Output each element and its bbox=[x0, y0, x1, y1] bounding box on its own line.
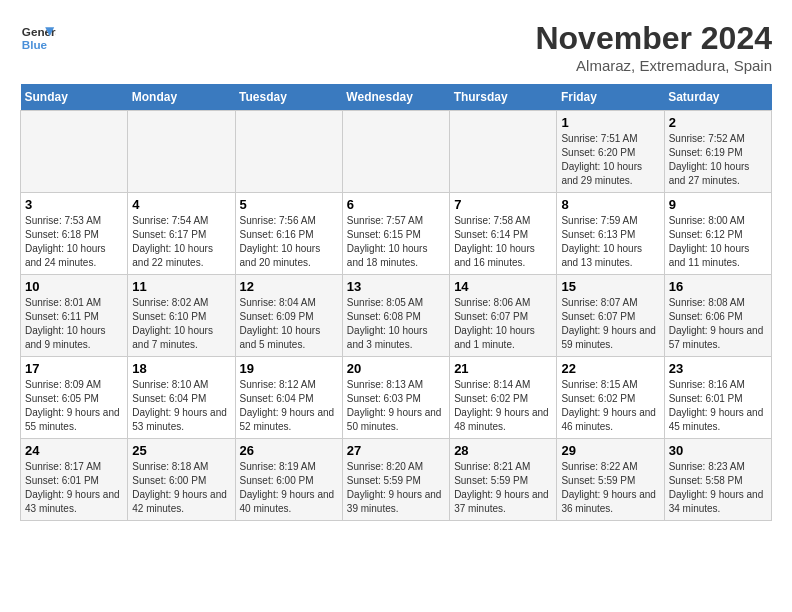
title-area: November 2024 Almaraz, Extremadura, Spai… bbox=[535, 20, 772, 74]
day-info: Sunrise: 8:09 AM Sunset: 6:05 PM Dayligh… bbox=[25, 378, 123, 434]
day-info: Sunrise: 8:18 AM Sunset: 6:00 PM Dayligh… bbox=[132, 460, 230, 516]
logo-icon: General Blue bbox=[20, 20, 56, 56]
calendar-cell: 3Sunrise: 7:53 AM Sunset: 6:18 PM Daylig… bbox=[21, 193, 128, 275]
calendar-cell: 23Sunrise: 8:16 AM Sunset: 6:01 PM Dayli… bbox=[664, 357, 771, 439]
weekday-header-wednesday: Wednesday bbox=[342, 84, 449, 111]
day-info: Sunrise: 8:15 AM Sunset: 6:02 PM Dayligh… bbox=[561, 378, 659, 434]
day-number: 15 bbox=[561, 279, 659, 294]
day-number: 27 bbox=[347, 443, 445, 458]
day-info: Sunrise: 8:01 AM Sunset: 6:11 PM Dayligh… bbox=[25, 296, 123, 352]
day-number: 26 bbox=[240, 443, 338, 458]
day-number: 18 bbox=[132, 361, 230, 376]
day-info: Sunrise: 8:12 AM Sunset: 6:04 PM Dayligh… bbox=[240, 378, 338, 434]
weekday-header-monday: Monday bbox=[128, 84, 235, 111]
calendar-cell: 29Sunrise: 8:22 AM Sunset: 5:59 PM Dayli… bbox=[557, 439, 664, 521]
day-number: 7 bbox=[454, 197, 552, 212]
day-info: Sunrise: 7:56 AM Sunset: 6:16 PM Dayligh… bbox=[240, 214, 338, 270]
day-number: 24 bbox=[25, 443, 123, 458]
calendar-cell: 12Sunrise: 8:04 AM Sunset: 6:09 PM Dayli… bbox=[235, 275, 342, 357]
day-number: 9 bbox=[669, 197, 767, 212]
calendar-cell bbox=[21, 111, 128, 193]
day-number: 6 bbox=[347, 197, 445, 212]
day-info: Sunrise: 8:22 AM Sunset: 5:59 PM Dayligh… bbox=[561, 460, 659, 516]
day-info: Sunrise: 8:07 AM Sunset: 6:07 PM Dayligh… bbox=[561, 296, 659, 352]
calendar-cell: 7Sunrise: 7:58 AM Sunset: 6:14 PM Daylig… bbox=[450, 193, 557, 275]
weekday-header-friday: Friday bbox=[557, 84, 664, 111]
calendar-cell: 19Sunrise: 8:12 AM Sunset: 6:04 PM Dayli… bbox=[235, 357, 342, 439]
day-info: Sunrise: 7:58 AM Sunset: 6:14 PM Dayligh… bbox=[454, 214, 552, 270]
day-number: 14 bbox=[454, 279, 552, 294]
day-info: Sunrise: 7:54 AM Sunset: 6:17 PM Dayligh… bbox=[132, 214, 230, 270]
calendar-cell: 1Sunrise: 7:51 AM Sunset: 6:20 PM Daylig… bbox=[557, 111, 664, 193]
day-info: Sunrise: 8:23 AM Sunset: 5:58 PM Dayligh… bbox=[669, 460, 767, 516]
day-info: Sunrise: 8:20 AM Sunset: 5:59 PM Dayligh… bbox=[347, 460, 445, 516]
calendar-cell: 9Sunrise: 8:00 AM Sunset: 6:12 PM Daylig… bbox=[664, 193, 771, 275]
calendar-cell: 30Sunrise: 8:23 AM Sunset: 5:58 PM Dayli… bbox=[664, 439, 771, 521]
day-info: Sunrise: 8:00 AM Sunset: 6:12 PM Dayligh… bbox=[669, 214, 767, 270]
calendar-cell: 4Sunrise: 7:54 AM Sunset: 6:17 PM Daylig… bbox=[128, 193, 235, 275]
calendar-cell: 20Sunrise: 8:13 AM Sunset: 6:03 PM Dayli… bbox=[342, 357, 449, 439]
day-number: 16 bbox=[669, 279, 767, 294]
day-info: Sunrise: 7:51 AM Sunset: 6:20 PM Dayligh… bbox=[561, 132, 659, 188]
calendar-cell: 2Sunrise: 7:52 AM Sunset: 6:19 PM Daylig… bbox=[664, 111, 771, 193]
day-info: Sunrise: 8:08 AM Sunset: 6:06 PM Dayligh… bbox=[669, 296, 767, 352]
month-title: November 2024 bbox=[535, 20, 772, 57]
calendar-cell: 13Sunrise: 8:05 AM Sunset: 6:08 PM Dayli… bbox=[342, 275, 449, 357]
day-info: Sunrise: 8:14 AM Sunset: 6:02 PM Dayligh… bbox=[454, 378, 552, 434]
day-info: Sunrise: 8:13 AM Sunset: 6:03 PM Dayligh… bbox=[347, 378, 445, 434]
day-number: 13 bbox=[347, 279, 445, 294]
day-number: 25 bbox=[132, 443, 230, 458]
day-info: Sunrise: 8:21 AM Sunset: 5:59 PM Dayligh… bbox=[454, 460, 552, 516]
calendar-cell: 17Sunrise: 8:09 AM Sunset: 6:05 PM Dayli… bbox=[21, 357, 128, 439]
day-info: Sunrise: 8:05 AM Sunset: 6:08 PM Dayligh… bbox=[347, 296, 445, 352]
calendar-cell: 21Sunrise: 8:14 AM Sunset: 6:02 PM Dayli… bbox=[450, 357, 557, 439]
day-number: 29 bbox=[561, 443, 659, 458]
calendar-cell: 24Sunrise: 8:17 AM Sunset: 6:01 PM Dayli… bbox=[21, 439, 128, 521]
header: General Blue November 2024 Almaraz, Extr… bbox=[20, 20, 772, 74]
calendar-cell: 15Sunrise: 8:07 AM Sunset: 6:07 PM Dayli… bbox=[557, 275, 664, 357]
calendar-cell: 10Sunrise: 8:01 AM Sunset: 6:11 PM Dayli… bbox=[21, 275, 128, 357]
weekday-header-thursday: Thursday bbox=[450, 84, 557, 111]
day-number: 22 bbox=[561, 361, 659, 376]
calendar-cell: 25Sunrise: 8:18 AM Sunset: 6:00 PM Dayli… bbox=[128, 439, 235, 521]
day-info: Sunrise: 8:17 AM Sunset: 6:01 PM Dayligh… bbox=[25, 460, 123, 516]
day-info: Sunrise: 8:06 AM Sunset: 6:07 PM Dayligh… bbox=[454, 296, 552, 352]
day-info: Sunrise: 7:52 AM Sunset: 6:19 PM Dayligh… bbox=[669, 132, 767, 188]
calendar-cell bbox=[450, 111, 557, 193]
day-info: Sunrise: 7:57 AM Sunset: 6:15 PM Dayligh… bbox=[347, 214, 445, 270]
calendar-table: SundayMondayTuesdayWednesdayThursdayFrid… bbox=[20, 84, 772, 521]
day-number: 30 bbox=[669, 443, 767, 458]
day-number: 23 bbox=[669, 361, 767, 376]
calendar-cell: 22Sunrise: 8:15 AM Sunset: 6:02 PM Dayli… bbox=[557, 357, 664, 439]
day-info: Sunrise: 7:53 AM Sunset: 6:18 PM Dayligh… bbox=[25, 214, 123, 270]
day-number: 17 bbox=[25, 361, 123, 376]
calendar-cell: 8Sunrise: 7:59 AM Sunset: 6:13 PM Daylig… bbox=[557, 193, 664, 275]
day-number: 28 bbox=[454, 443, 552, 458]
calendar-cell: 16Sunrise: 8:08 AM Sunset: 6:06 PM Dayli… bbox=[664, 275, 771, 357]
day-number: 8 bbox=[561, 197, 659, 212]
weekday-header-sunday: Sunday bbox=[21, 84, 128, 111]
day-number: 21 bbox=[454, 361, 552, 376]
calendar-cell bbox=[342, 111, 449, 193]
day-info: Sunrise: 8:16 AM Sunset: 6:01 PM Dayligh… bbox=[669, 378, 767, 434]
day-number: 11 bbox=[132, 279, 230, 294]
calendar-cell: 5Sunrise: 7:56 AM Sunset: 6:16 PM Daylig… bbox=[235, 193, 342, 275]
day-number: 10 bbox=[25, 279, 123, 294]
day-number: 3 bbox=[25, 197, 123, 212]
day-info: Sunrise: 8:04 AM Sunset: 6:09 PM Dayligh… bbox=[240, 296, 338, 352]
calendar-cell: 26Sunrise: 8:19 AM Sunset: 6:00 PM Dayli… bbox=[235, 439, 342, 521]
day-number: 5 bbox=[240, 197, 338, 212]
day-number: 4 bbox=[132, 197, 230, 212]
weekday-header-tuesday: Tuesday bbox=[235, 84, 342, 111]
calendar-cell bbox=[128, 111, 235, 193]
day-info: Sunrise: 8:19 AM Sunset: 6:00 PM Dayligh… bbox=[240, 460, 338, 516]
day-number: 2 bbox=[669, 115, 767, 130]
day-info: Sunrise: 7:59 AM Sunset: 6:13 PM Dayligh… bbox=[561, 214, 659, 270]
svg-text:Blue: Blue bbox=[22, 38, 48, 51]
day-number: 20 bbox=[347, 361, 445, 376]
calendar-cell: 11Sunrise: 8:02 AM Sunset: 6:10 PM Dayli… bbox=[128, 275, 235, 357]
day-number: 19 bbox=[240, 361, 338, 376]
location-subtitle: Almaraz, Extremadura, Spain bbox=[535, 57, 772, 74]
calendar-cell: 6Sunrise: 7:57 AM Sunset: 6:15 PM Daylig… bbox=[342, 193, 449, 275]
day-number: 1 bbox=[561, 115, 659, 130]
